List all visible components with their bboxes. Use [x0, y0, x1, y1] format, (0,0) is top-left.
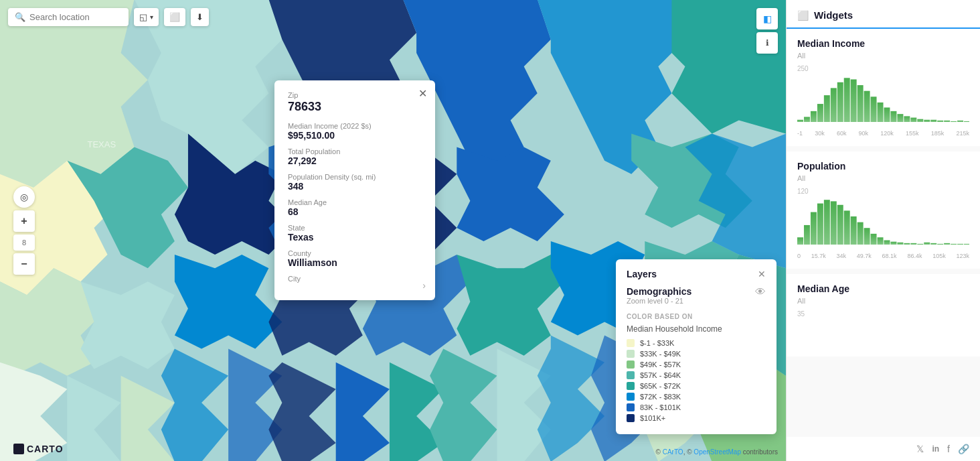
svg-rect-90 [957, 244, 963, 245]
popup-field-population: Total Population 27,292 [288, 147, 422, 166]
carto-link[interactable]: CArTO [663, 448, 683, 456]
color-based-label: COLOR BASED ON [627, 313, 766, 320]
popup-field-value-4: Texas [288, 232, 422, 243]
carto-logo: CARTO [13, 444, 64, 454]
svg-rect-45 [831, 88, 837, 122]
svg-rect-78 [878, 237, 884, 245]
draw-icon: ⬜ [169, 12, 180, 22]
legend-swatch [627, 371, 635, 379]
zoom-out-button[interactable]: − [13, 253, 35, 275]
top-bar: 🔍 ◱ ▾ ⬜ ⬇ [8, 8, 209, 26]
svg-marker-14 [80, 281, 174, 369]
layer-visibility-button[interactable]: 👁 [755, 286, 766, 298]
widget-median-income-title: Median Income [797, 38, 969, 49]
popup-field-label-4: State [288, 224, 422, 232]
widget-population-chart[interactable] [797, 198, 969, 251]
legend-swatch [627, 339, 635, 347]
draw-tool-button[interactable]: ⬜ [164, 8, 185, 26]
svg-rect-74 [851, 216, 857, 245]
svg-rect-40 [797, 120, 803, 122]
popup-close-button[interactable]: ✕ [418, 87, 427, 100]
map-container[interactable]: TEXAS 🔍 ◱ ▾ ⬜ ⬇ ◧ ℹ ◎ + 8 − ✕ Zip 78633 [0, 0, 786, 461]
legend-label: $57K - $64K [640, 371, 681, 379]
search-box[interactable]: 🔍 [8, 8, 129, 26]
svg-rect-53 [884, 107, 890, 122]
widget-population-subtitle: All [797, 174, 969, 182]
legend-swatch [627, 360, 635, 369]
svg-rect-64 [957, 121, 963, 122]
popup-expand-chevron: › [422, 280, 426, 291]
svg-text:TEXAS: TEXAS [87, 139, 116, 149]
x-label-1: 30k [815, 130, 825, 137]
svg-rect-87 [937, 244, 943, 245]
legend-item: $49K - $57K [627, 360, 766, 369]
osm-link[interactable]: OpenStreetMap [693, 448, 741, 456]
popup-field-density: Population Density (sq. mi) 348 [288, 173, 422, 192]
layers-panel-title: Layers [627, 269, 657, 279]
svg-rect-72 [837, 205, 843, 245]
legend-label: $72K - $83K [640, 393, 681, 401]
svg-rect-52 [878, 103, 884, 122]
x-label-0: -1 [797, 130, 803, 137]
popup-field-label-6: City [288, 275, 422, 283]
svg-rect-66 [797, 237, 803, 245]
widget-median-age-subtitle: All [797, 297, 969, 305]
histogram-population-svg [797, 198, 969, 245]
legend-swatch [627, 403, 635, 411]
legend-swatch [627, 350, 635, 358]
popup-field-county: County Williamson [288, 249, 422, 268]
svg-rect-61 [937, 121, 943, 122]
pop-x-label-3: 49.7k [857, 253, 872, 259]
zoom-in-button[interactable]: + [13, 210, 35, 232]
top-right-buttons: ◧ ℹ [756, 8, 778, 54]
compass-button[interactable]: ◎ [13, 186, 35, 208]
pop-x-label-1: 15.7k [811, 253, 826, 259]
selection-tool-button[interactable]: ◱ ▾ [134, 8, 159, 26]
download-button[interactable]: ⬇ [191, 8, 209, 26]
legend-swatch [627, 393, 635, 401]
widget-median-income-x-labels: -1 30k 60k 90k 120k 155k 185k 215k [797, 130, 969, 137]
svg-rect-79 [884, 241, 890, 245]
popup-zip-label: Zip [288, 91, 422, 99]
social-icons-row: 𝕏 in f 🔗 [787, 437, 980, 461]
widget-population-max: 120 [797, 188, 969, 195]
svg-rect-69 [817, 204, 823, 245]
svg-rect-71 [831, 201, 837, 245]
search-input[interactable] [29, 12, 122, 22]
svg-rect-67 [804, 225, 810, 245]
sidebar-toggle-button[interactable]: ◧ [756, 8, 778, 29]
layer-row: Demographics Zoom level 0 - 21 👁 [627, 286, 766, 310]
info-popup: ✕ Zip 78633 Median Income (2022 $s) $95,… [274, 80, 435, 300]
svg-rect-84 [917, 244, 923, 245]
link-icon[interactable]: 🔗 [958, 444, 969, 454]
popup-zip-value: 78633 [288, 100, 422, 114]
legend-label: 83K - $101K [640, 403, 681, 411]
info-button[interactable]: ℹ [756, 32, 778, 54]
svg-rect-89 [951, 244, 957, 245]
linkedin-icon[interactable]: in [932, 444, 939, 454]
svg-rect-54 [890, 111, 896, 122]
facebook-icon[interactable]: f [947, 444, 950, 454]
zoom-level: 8 [13, 235, 35, 251]
x-label-2: 60k [837, 130, 847, 137]
svg-rect-80 [890, 242, 896, 245]
widgets-panel: ⬜ Widgets Median Income All 250 [786, 0, 980, 461]
layer-subtitle: Zoom level 0 - 21 [627, 297, 691, 305]
widget-median-age-chart[interactable] [797, 320, 969, 347]
popup-field-label-3: Median Age [288, 198, 422, 206]
widget-median-income-chart[interactable] [797, 75, 969, 129]
x-label-6: 185k [931, 130, 945, 137]
pop-x-label-5: 86.4k [907, 253, 922, 259]
pop-x-label-2: 34k [837, 253, 847, 259]
selection-chevron: ▾ [150, 13, 153, 21]
svg-rect-91 [964, 244, 969, 245]
twitter-icon[interactable]: 𝕏 [916, 444, 924, 454]
popup-field-value-0: $95,510.00 [288, 130, 422, 141]
popup-field-value-3: 68 [288, 206, 422, 217]
layers-close-button[interactable]: ✕ [758, 269, 766, 279]
legend: $-1 - $33K $33K - $49K $49K - $57K $57K … [627, 339, 766, 422]
histogram-median-income-svg [797, 75, 969, 122]
svg-rect-62 [944, 121, 950, 122]
widget-population: Population All 120 [787, 151, 980, 269]
svg-rect-48 [851, 79, 857, 122]
